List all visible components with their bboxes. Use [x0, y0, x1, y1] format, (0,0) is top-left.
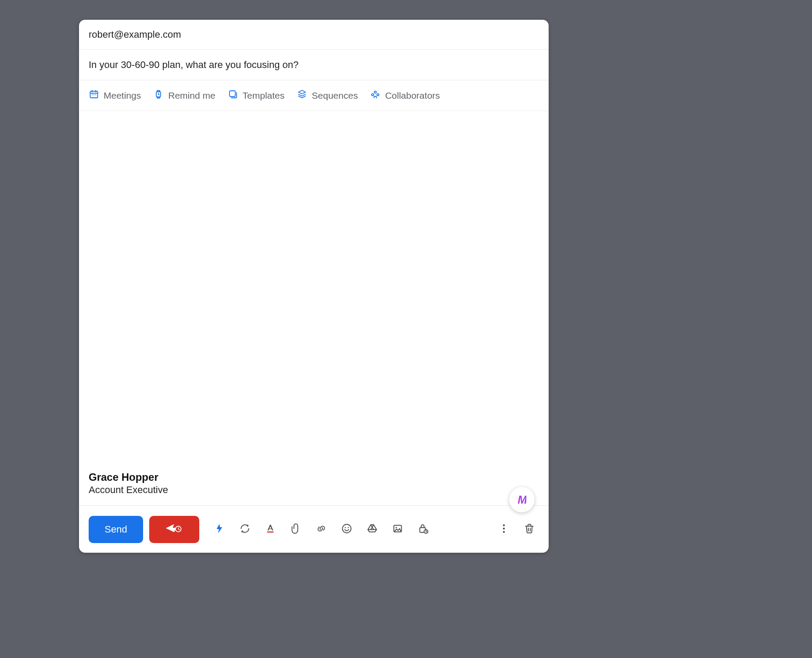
- people-icon: [370, 89, 381, 102]
- signature-block: Grace Hopper Account Executive: [89, 471, 168, 496]
- paper-plane-clock-icon: [165, 521, 184, 538]
- tool-remind-label: Remind me: [168, 90, 215, 101]
- templates-icon: [228, 89, 238, 102]
- svg-point-15: [342, 524, 351, 533]
- watch-icon: [153, 89, 164, 102]
- subject-field-row[interactable]: In your 30-60-90 plan, what are you focu…: [79, 50, 549, 80]
- image-icon: [392, 523, 403, 536]
- svg-point-19: [395, 527, 397, 528]
- svg-point-5: [93, 94, 94, 95]
- tool-sequences-label: Sequences: [312, 90, 358, 101]
- to-field-row[interactable]: robert@example.com: [79, 20, 549, 50]
- send-button[interactable]: Send: [89, 516, 143, 543]
- text-format-icon: [265, 523, 276, 536]
- compose-bottom-bar: Send: [79, 505, 549, 553]
- more-options-button[interactable]: [494, 520, 514, 539]
- svg-rect-14: [267, 531, 273, 533]
- extension-logo-icon: M: [517, 493, 526, 507]
- layers-icon: [297, 89, 307, 102]
- tool-collaborators-label: Collaborators: [385, 90, 440, 101]
- paperclip-icon: [290, 523, 302, 536]
- tool-templates[interactable]: Templates: [228, 89, 285, 102]
- compose-body[interactable]: Grace Hopper Account Executive: [79, 111, 549, 505]
- quick-action-button[interactable]: [210, 520, 229, 539]
- svg-point-25: [503, 531, 505, 533]
- tool-templates-label: Templates: [243, 90, 285, 101]
- insert-drive-button[interactable]: [363, 520, 382, 539]
- refresh-button[interactable]: [235, 520, 255, 539]
- svg-rect-8: [230, 91, 235, 97]
- svg-point-16: [345, 527, 346, 528]
- svg-point-23: [503, 524, 505, 526]
- discard-draft-button[interactable]: [520, 520, 539, 539]
- svg-point-24: [503, 527, 505, 529]
- extension-fab[interactable]: M: [509, 487, 535, 512]
- svg-point-11: [377, 94, 379, 96]
- signature-title: Account Executive: [89, 484, 168, 496]
- insert-image-button[interactable]: [388, 520, 407, 539]
- drive-icon: [366, 523, 378, 536]
- svg-point-6: [95, 94, 96, 95]
- svg-point-10: [372, 94, 374, 96]
- tool-remind-me[interactable]: Remind me: [153, 89, 215, 102]
- more-vertical-icon: [498, 523, 510, 536]
- calendar-icon: [89, 89, 99, 102]
- lock-clock-icon: [417, 523, 429, 536]
- compose-tools-row: Meetings Remind me Templates Sequences C…: [79, 80, 549, 111]
- trash-icon: [524, 523, 535, 536]
- tool-meetings-label: Meetings: [104, 90, 141, 101]
- schedule-send-button[interactable]: [149, 516, 199, 543]
- svg-point-17: [348, 527, 349, 528]
- attach-file-button[interactable]: [286, 520, 305, 539]
- tool-collaborators[interactable]: Collaborators: [370, 89, 440, 102]
- confidential-mode-button[interactable]: [413, 520, 433, 539]
- lightning-icon: [214, 523, 225, 536]
- svg-point-9: [374, 91, 377, 93]
- subject-field-value: In your 30-60-90 plan, what are you focu…: [89, 59, 298, 71]
- to-field-value: robert@example.com: [89, 29, 181, 40]
- link-icon: [316, 523, 327, 536]
- emoji-icon: [341, 523, 352, 536]
- insert-emoji-button[interactable]: [337, 520, 356, 539]
- send-button-label: Send: [104, 524, 127, 535]
- signature-name: Grace Hopper: [89, 471, 168, 483]
- refresh-icon: [239, 523, 251, 536]
- svg-point-4: [92, 94, 93, 95]
- tool-meetings[interactable]: Meetings: [89, 89, 141, 102]
- insert-link-button[interactable]: [312, 520, 331, 539]
- tool-sequences[interactable]: Sequences: [297, 89, 358, 102]
- text-format-button[interactable]: [261, 520, 280, 539]
- compose-window: robert@example.com In your 30-60-90 plan…: [79, 20, 549, 553]
